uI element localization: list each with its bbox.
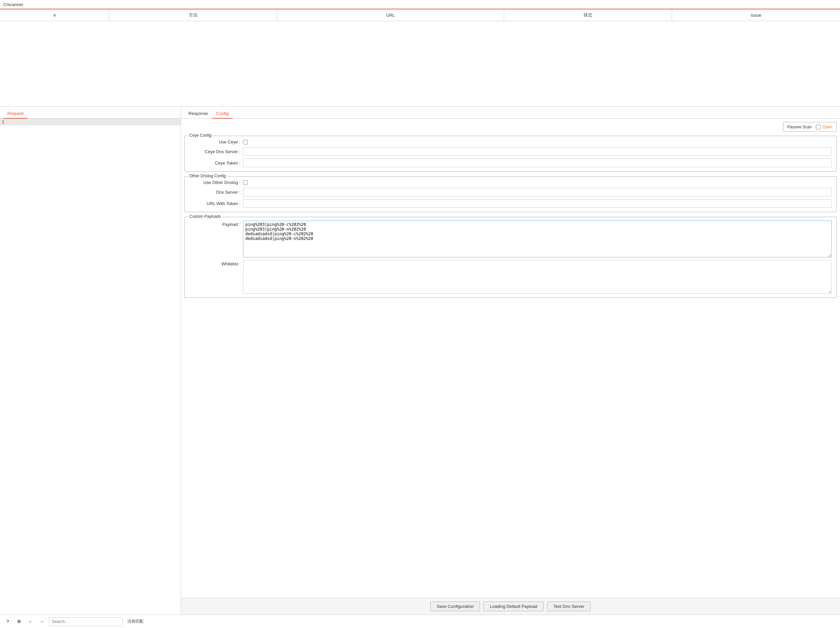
tab-request[interactable]: Request: [3, 109, 27, 118]
use-other-dnslog-checkbox[interactable]: [243, 180, 248, 185]
status-bar: ? ⚙ ← → 没有匹配: [0, 615, 840, 628]
title-bar: CIscanner: [0, 0, 840, 9]
ceye-token-row: Ceye Token :: [189, 158, 832, 167]
tab-response[interactable]: Response: [184, 109, 212, 118]
dns-server-input[interactable]: [243, 188, 832, 196]
passive-scan-open-label: Open: [823, 125, 832, 129]
no-match-label: 没有匹配: [127, 619, 144, 624]
help-icon: ?: [6, 619, 9, 624]
request-panel: Request 1: [0, 107, 181, 615]
whitelist-row: Whitelist :: [189, 260, 832, 293]
config-content: Passive Scan Open Ceye Config Use Ceye :…: [181, 118, 840, 598]
other-dnslog-config-group: Other Dnslog Config Use Other Dnslog : D…: [184, 176, 837, 212]
back-icon-button[interactable]: ←: [26, 617, 35, 626]
payload-textarea[interactable]: [243, 221, 832, 257]
dns-server-row: Dns Server :: [189, 188, 832, 196]
payload-row: Payload :: [189, 221, 832, 257]
tab-config[interactable]: Config: [212, 109, 233, 118]
ceye-config-group: Ceye Config Use Ceye : Ceye Dns Server :…: [184, 136, 837, 172]
col-method: 方法: [109, 9, 277, 21]
ceye-config-title: Ceye Config: [188, 133, 213, 138]
settings-icon: ⚙: [17, 619, 21, 624]
col-status: 状态: [504, 9, 672, 21]
use-ceye-checkbox[interactable]: [243, 140, 248, 144]
col-hash: #: [0, 9, 109, 21]
ceye-dns-server-label: Ceye Dns Server :: [189, 149, 243, 154]
help-icon-button[interactable]: ?: [3, 617, 12, 626]
use-other-dnslog-row: Use Other Dnslog :: [189, 180, 832, 185]
url-with-token-label: URL With Token :: [189, 201, 243, 206]
other-dnslog-config-title: Other Dnslog Config: [188, 174, 227, 178]
test-dns-server-button[interactable]: Test Dns Server: [547, 601, 591, 611]
passive-scan-checkbox[interactable]: [816, 125, 821, 129]
custom-payloads-title: Custom Payloads: [188, 214, 222, 219]
use-ceye-row: Use Ceye :: [189, 139, 832, 144]
passive-scan-row: Passive Scan Open: [184, 122, 837, 132]
right-tab-bar: Response Config: [181, 107, 840, 118]
ceye-dns-server-row: Ceye Dns Server :: [189, 147, 832, 156]
request-tab-bar: Request: [0, 107, 181, 118]
url-with-token-input[interactable]: [243, 199, 832, 208]
ceye-token-input[interactable]: [243, 158, 832, 167]
payload-label: Payload :: [189, 221, 243, 227]
use-ceye-label: Use Ceye :: [189, 139, 243, 144]
forward-icon-button[interactable]: →: [38, 617, 46, 626]
results-table: # 方法 URL 状态 Issue: [0, 9, 840, 21]
custom-payloads-group: Custom Payloads Payload : Whitelist :: [184, 217, 837, 298]
request-content: 1: [0, 118, 181, 615]
main-table-area: # 方法 URL 状态 Issue: [0, 9, 840, 107]
request-row-number: 1: [0, 118, 181, 125]
dns-server-label: Dns Server :: [189, 190, 243, 195]
settings-icon-button[interactable]: ⚙: [15, 617, 24, 626]
action-bar: Save Configuration Loading Default Paylo…: [181, 598, 840, 615]
loading-default-payload-button[interactable]: Loading Default Payload: [483, 601, 544, 611]
passive-scan-label: Passive Scan: [787, 125, 812, 129]
back-icon: ←: [28, 619, 33, 624]
right-panel: Response Config Passive Scan Open Ceye C…: [181, 107, 840, 615]
passive-scan-box: Passive Scan Open: [783, 122, 837, 132]
app-title: CIscanner: [3, 2, 23, 7]
use-other-dnslog-label: Use Other Dnslog :: [189, 180, 243, 185]
search-input[interactable]: [49, 617, 123, 626]
save-configuration-button[interactable]: Save Configuration: [430, 601, 480, 611]
col-url: URL: [277, 9, 504, 21]
ceye-token-label: Ceye Token :: [189, 161, 243, 166]
forward-icon: →: [40, 619, 44, 624]
whitelist-textarea[interactable]: [243, 260, 832, 293]
url-with-token-row: URL With Token :: [189, 199, 832, 208]
col-issue: Issue: [672, 9, 840, 21]
ceye-dns-server-input[interactable]: [243, 147, 832, 156]
whitelist-label: Whitelist :: [189, 260, 243, 267]
bottom-panel: Request 1 Response Config Passive Scan O…: [0, 107, 840, 615]
